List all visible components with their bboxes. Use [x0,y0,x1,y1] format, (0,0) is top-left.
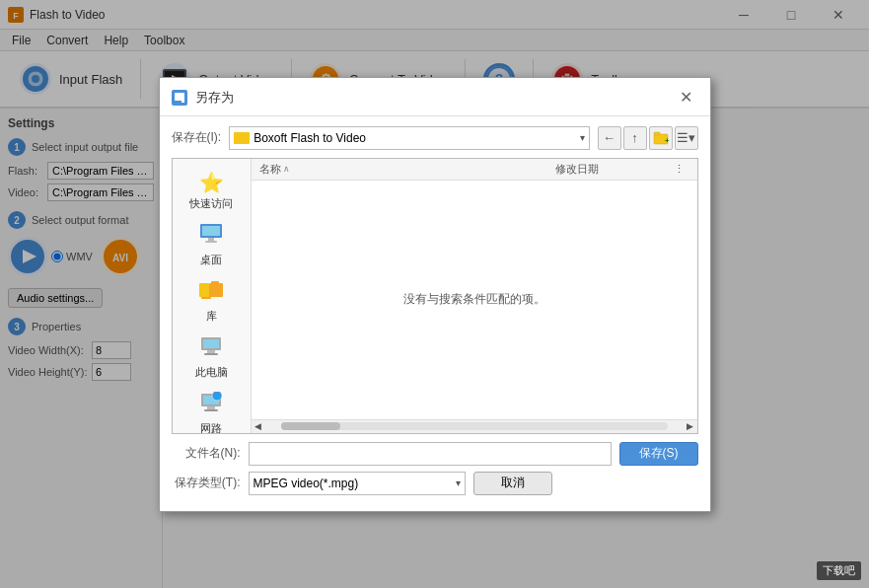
file-list-area: 名称 ∧ 修改日期 ⋮ 没有与搜索条件匹配的项。 [252,159,697,433]
folder-icon [234,132,250,144]
filetype-label: 保存类型(T): [172,475,241,491]
svg-rect-23 [175,101,181,103]
scroll-right-arrow[interactable]: ▶ [684,419,697,433]
save-in-label: 保存在(I): [172,129,222,146]
svg-rect-30 [205,241,217,243]
quick-access-icon: ⭐ [199,171,224,194]
svg-rect-37 [207,350,215,353]
col-date-header: 修改日期 [555,162,674,177]
scrollbar-track[interactable] [281,422,668,430]
save-as-dialog: 另存为 ✕ 保存在(I): Boxoft Flash to Video ▾ ← … [159,77,711,512]
filename-row: 文件名(N): 保存(S) [172,442,698,466]
col-date-text: 修改日期 [555,162,599,177]
watermark-text: 下载吧 [823,564,855,576]
file-list-header: 名称 ∧ 修改日期 ⋮ [252,159,697,181]
col-extra-icon: ⋮ [674,163,685,176]
svg-rect-32 [199,283,209,297]
nav-library[interactable]: 库 [177,275,247,328]
col-name-header: 名称 ∧ [259,162,555,177]
cancel-button[interactable]: 取消 [473,472,552,495]
svg-rect-42 [204,409,218,411]
svg-rect-41 [207,406,215,409]
save-in-row: 保存在(I): Boxoft Flash to Video ▾ ← ↑ [172,126,698,150]
nav-quick-access[interactable]: ⭐ 快速访问 [177,167,247,215]
nav-library-label: 库 [206,309,217,324]
filename-label: 文件名(N): [172,445,241,462]
view-options-button[interactable]: ☰▾ [675,126,698,150]
filetype-row: 保存类型(T): MPEG video(*.mpg) ▾ 取消 [172,472,698,495]
svg-rect-22 [181,99,184,103]
save-in-combo-text: Boxoft Flash to Video [234,131,366,145]
nav-this-pc[interactable]: 此电脑 [177,331,247,384]
dialog-title-bar: 另存为 ✕ [160,78,710,116]
svg-rect-36 [203,339,219,348]
save-in-combo[interactable]: Boxoft Flash to Video ▾ [229,126,589,150]
dialog-title-icon [172,90,187,106]
svg-rect-28 [202,226,220,236]
scrollbar-thumb[interactable] [281,422,340,430]
nav-desktop-label: 桌面 [200,253,222,267]
svg-rect-29 [208,238,214,241]
nav-network[interactable]: 🌐 网路 [177,388,247,433]
nav-quick-access-label: 快速访问 [189,196,233,211]
dialog-title-text: 另存为 [195,89,675,107]
file-browser: ⭐ 快速访问 桌面 [172,158,698,434]
back-button[interactable]: ← [598,126,621,150]
filetype-combo-arrow-icon: ▾ [456,478,461,488]
svg-text:+: + [665,136,669,145]
nav-this-pc-label: 此电脑 [195,365,228,380]
svg-text:🌐: 🌐 [214,393,222,401]
col-extra-header: ⋮ [674,163,689,176]
svg-rect-25 [654,132,660,135]
save-in-value: Boxoft Flash to Video [253,131,366,145]
dialog-close-button[interactable]: ✕ [675,86,698,110]
file-list-empty: 没有与搜索条件匹配的项。 [252,181,697,419]
up-folder-button[interactable]: ↑ [623,126,647,150]
dialog-body: 保存在(I): Boxoft Flash to Video ▾ ← ↑ [160,116,710,511]
empty-message: 没有与搜索条件匹配的项。 [403,291,545,308]
filename-input[interactable] [249,442,612,466]
dialog-overlay: 另存为 ✕ 保存在(I): Boxoft Flash to Video ▾ ← … [0,0,869,588]
svg-rect-38 [204,353,218,355]
nav-network-label: 网路 [200,421,222,433]
dialog-toolbar-icons: ← ↑ + ☰▾ [598,126,698,150]
library-icon [199,279,223,307]
filetype-value: MPEG video(*.mpg) [253,477,359,490]
scroll-left-arrow[interactable]: ◀ [252,419,265,433]
combo-arrow-icon: ▾ [580,132,585,143]
col-sort-icon: ∧ [283,164,290,174]
this-pc-icon [199,335,223,363]
horizontal-scrollbar[interactable]: ◀ ▶ [252,419,697,433]
filetype-select[interactable]: MPEG video(*.mpg) ▾ [249,472,466,495]
network-icon: 🌐 [199,392,223,419]
svg-rect-34 [211,281,219,285]
svg-rect-33 [209,283,223,297]
desktop-icon [199,223,223,251]
sidebar-nav: ⭐ 快速访问 桌面 [173,159,252,433]
new-folder-button[interactable]: + [649,126,673,150]
col-name-text: 名称 [259,162,281,177]
nav-desktop[interactable]: 桌面 [177,219,247,271]
save-button[interactable]: 保存(S) [619,442,698,466]
watermark: 下载吧 [817,561,861,580]
